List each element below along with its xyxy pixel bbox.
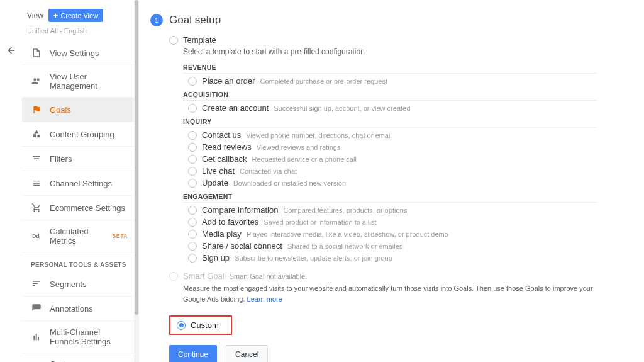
cancel-button[interactable]: Cancel bbox=[226, 345, 268, 362]
goal-option[interactable]: Media playPlayed interactive media, like… bbox=[188, 229, 597, 239]
sidebar-item-annotations[interactable]: Annotations bbox=[22, 297, 134, 321]
goal-option-radio[interactable] bbox=[188, 155, 197, 164]
goal-option-radio[interactable] bbox=[188, 179, 197, 188]
sidebar-item-label: Multi-Channel Funnels Settings bbox=[50, 327, 128, 346]
ecommerce-settings-icon bbox=[31, 202, 42, 213]
sidebar-item-label: Channel Settings bbox=[50, 179, 112, 188]
sidebar-item-label: Annotations bbox=[50, 304, 93, 314]
create-view-button[interactable]: + Create View bbox=[48, 9, 103, 22]
sidebar-item-label: Content Grouping bbox=[50, 130, 114, 139]
goal-option-radio[interactable] bbox=[188, 206, 197, 215]
goal-option-desc: Viewed reviews and ratings bbox=[257, 144, 341, 151]
goal-option[interactable]: Get callbackRequested service or a phone… bbox=[188, 154, 597, 164]
goal-option[interactable]: Compare informationCompared features, pr… bbox=[188, 205, 597, 215]
goal-option-desc: Viewed phone number, directions, chat or… bbox=[246, 132, 392, 139]
goal-option-radio[interactable] bbox=[188, 254, 197, 263]
goal-option-desc: Played interactive media, like a video, … bbox=[247, 230, 448, 238]
goal-option-radio[interactable] bbox=[188, 131, 197, 140]
back-button[interactable] bbox=[5, 44, 18, 57]
goal-option-name: Media play bbox=[202, 229, 242, 239]
goal-option[interactable]: Sign upSubscribe to newsletter, update a… bbox=[188, 253, 597, 263]
personal-tools-header: PERSONAL TOOLS & ASSETS bbox=[22, 252, 134, 272]
custom-label: Custom bbox=[191, 320, 219, 330]
beta-badge: BETA bbox=[112, 233, 128, 239]
content-grouping-icon bbox=[31, 128, 42, 140]
sidebar-item-channel-settings[interactable]: Channel Settings bbox=[22, 171, 134, 196]
annotations-icon bbox=[31, 303, 42, 314]
multi-channel-funnels-settings-icon bbox=[31, 331, 42, 342]
sidebar-item-calculated-metrics[interactable]: DdCalculated MetricsBETA bbox=[22, 220, 134, 252]
goal-option-name: Get callback bbox=[202, 154, 247, 164]
sidebar-item-view-settings[interactable]: View Settings bbox=[22, 41, 134, 65]
goal-option-name: Compare information bbox=[202, 205, 278, 215]
create-view-label: Create View bbox=[60, 12, 98, 20]
goal-option[interactable]: Live chatContacted via chat bbox=[188, 166, 597, 176]
sidebar-item-label: Filters bbox=[50, 154, 72, 164]
continue-button[interactable]: Continue bbox=[169, 345, 217, 362]
sidebar-item-label: Ecommerce Settings bbox=[50, 203, 125, 213]
goal-option-radio[interactable] bbox=[188, 143, 197, 152]
sidebar-item-content-grouping[interactable]: Content Grouping bbox=[22, 122, 134, 147]
view-settings-icon bbox=[31, 47, 42, 59]
segments-icon bbox=[31, 278, 42, 290]
sidebar-item-filters[interactable]: Filters bbox=[22, 147, 134, 171]
sidebar-item-ecommerce-settings[interactable]: Ecommerce Settings bbox=[22, 196, 134, 220]
sidebar-item-label: Goals bbox=[50, 105, 71, 115]
smart-goal-help: Measure the most engaged visits to your … bbox=[183, 283, 597, 304]
smart-goal-unavailable: Smart Goal not available. bbox=[230, 273, 308, 280]
smart-goal-radio bbox=[169, 272, 178, 281]
goal-option[interactable]: Contact usViewed phone number, direction… bbox=[188, 130, 597, 140]
sidebar-item-multi-channel-funnels-settings[interactable]: Multi-Channel Funnels Settings bbox=[22, 321, 134, 353]
sidebar-item-label: Segments bbox=[50, 280, 87, 289]
sidebar-item-label: View User Management bbox=[50, 72, 128, 91]
goal-option[interactable]: Add to favoritesSaved product or informa… bbox=[188, 217, 597, 227]
goal-option-radio[interactable] bbox=[188, 242, 197, 251]
group-header-acquisition: ACQUISITION bbox=[183, 91, 597, 101]
goal-option-desc: Successful sign up, account, or view cre… bbox=[274, 105, 410, 112]
breadcrumb: Unified All - English bbox=[22, 26, 134, 41]
goal-option-name: Read reviews bbox=[202, 142, 252, 152]
goal-option[interactable]: UpdateDownloaded or installed new versio… bbox=[188, 178, 597, 188]
custom-radio[interactable] bbox=[177, 321, 186, 330]
goal-option-name: Live chat bbox=[202, 166, 235, 176]
template-hint: Select a template to start with a pre-fi… bbox=[183, 47, 597, 56]
goal-option-name: Create an account bbox=[202, 103, 269, 113]
view-user-management-icon bbox=[31, 76, 42, 87]
goal-option-desc: Completed purchase or pre-order request bbox=[260, 77, 387, 85]
back-arrow-icon bbox=[6, 45, 16, 55]
view-label: View bbox=[27, 11, 43, 20]
sidebar-item-custom-channel-grouping[interactable]: Custom Channel GroupingBETA bbox=[22, 353, 134, 362]
step-1-title: Goal setup bbox=[169, 14, 221, 26]
sidebar-item-view-user-management[interactable]: View User Management bbox=[22, 65, 134, 98]
goals-icon bbox=[31, 104, 42, 115]
goal-option-desc: Compared features, products, or options bbox=[283, 206, 407, 214]
goal-option-radio[interactable] bbox=[188, 167, 197, 176]
goal-option-name: Place an order bbox=[202, 76, 255, 86]
template-radio[interactable] bbox=[169, 36, 178, 45]
goal-option-name: Sign up bbox=[202, 253, 230, 263]
sidebar-item-goals[interactable]: Goals bbox=[22, 98, 134, 122]
calculated-metrics-icon: Dd bbox=[31, 230, 42, 242]
sidebar-item-segments[interactable]: Segments bbox=[22, 272, 134, 297]
goal-option-radio[interactable] bbox=[188, 77, 197, 86]
goal-option-desc: Requested service or a phone call bbox=[252, 156, 357, 163]
scrollbar-thumb[interactable] bbox=[135, 0, 138, 315]
sidebar: View + Create View Unified All - English… bbox=[22, 0, 134, 362]
goal-option-radio[interactable] bbox=[188, 230, 197, 239]
sidebar-scrollbar[interactable] bbox=[134, 0, 139, 362]
goal-option[interactable]: Create an accountSuccessful sign up, acc… bbox=[188, 103, 597, 113]
step-1-badge: 1 bbox=[150, 14, 163, 26]
goal-option[interactable]: Read reviewsViewed reviews and ratings bbox=[188, 142, 597, 152]
channel-settings-icon bbox=[31, 178, 42, 189]
goal-option[interactable]: Share / social connectShared to a social… bbox=[188, 241, 597, 251]
learn-more-link[interactable]: Learn more bbox=[247, 295, 282, 303]
goal-option-radio[interactable] bbox=[188, 104, 197, 113]
group-header-revenue: REVENUE bbox=[183, 64, 597, 74]
sidebar-item-label: Calculated Metrics bbox=[50, 227, 102, 246]
goal-option-desc: Contacted via chat bbox=[240, 167, 297, 175]
goal-option-radio[interactable] bbox=[188, 218, 197, 227]
goal-option-desc: Subscribe to newsletter, update alerts, … bbox=[235, 254, 392, 262]
group-header-engagement: ENGAGEMENT bbox=[183, 193, 597, 203]
goal-option[interactable]: Place an orderCompleted purchase or pre-… bbox=[188, 76, 597, 86]
goal-option-name: Share / social connect bbox=[202, 241, 282, 251]
